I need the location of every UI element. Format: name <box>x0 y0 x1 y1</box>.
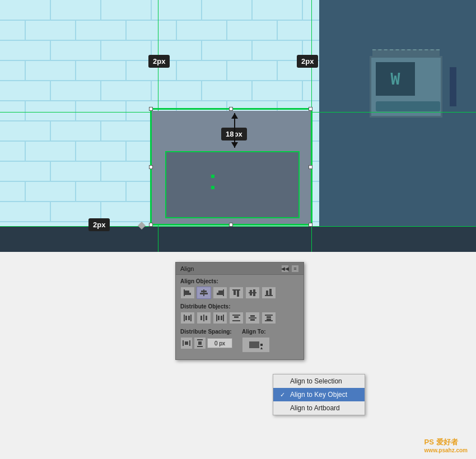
svg-rect-119 <box>197 339 203 340</box>
dist-h-space-btn[interactable] <box>180 337 193 349</box>
watermark-line2: www.psahz.com <box>424 447 468 453</box>
align-center-h-btn[interactable] <box>197 287 211 299</box>
spacing-value-input[interactable] <box>207 338 232 348</box>
svg-rect-118 <box>185 341 188 345</box>
distribute-objects-label: Distribute Objects: <box>180 303 299 310</box>
selection-handle-bl[interactable] <box>149 223 153 227</box>
svg-rect-79 <box>185 293 191 295</box>
oven-display: W <box>376 62 415 96</box>
svg-rect-84 <box>218 291 223 293</box>
selection-handle-tl[interactable] <box>149 107 153 111</box>
canvas-area: W 18px 2px 2px 2px <box>0 0 476 252</box>
oven-display-text: W <box>391 70 400 88</box>
dropdown-item-artboard[interactable]: Align to Artboard <box>273 401 365 415</box>
svg-rect-111 <box>250 319 255 321</box>
dist-v-space-btn[interactable] <box>194 337 206 349</box>
svg-rect-96 <box>190 315 192 321</box>
selection-handle-ml[interactable] <box>149 165 153 169</box>
selection-handle-tr[interactable] <box>309 107 312 111</box>
dist-bottom-btn[interactable] <box>262 312 276 324</box>
svg-rect-107 <box>232 320 240 321</box>
dist-right-btn[interactable] <box>213 312 227 324</box>
distribute-spacing-label: Distribute Spacing: <box>180 329 237 335</box>
selection-handle-br[interactable] <box>309 223 312 227</box>
distribute-objects-row <box>180 312 299 324</box>
svg-rect-85 <box>217 293 223 295</box>
spacing-input-row <box>180 337 237 349</box>
align-objects-row <box>180 287 299 299</box>
svg-rect-86 <box>232 289 240 291</box>
svg-rect-91 <box>253 289 255 296</box>
check-key-object: ✓ <box>280 391 287 399</box>
svg-rect-108 <box>234 316 239 318</box>
align-to-label: Align To: <box>242 329 299 335</box>
svg-rect-113 <box>265 320 273 321</box>
align-center-v-btn[interactable] <box>245 287 260 299</box>
svg-rect-117 <box>189 340 190 346</box>
panel-controls: ◀◀ ≡ <box>281 265 299 273</box>
measure-2px-top1-label: 2px <box>148 55 170 68</box>
oven-handle <box>376 101 440 111</box>
align-left-btn[interactable] <box>180 287 195 299</box>
svg-rect-120 <box>197 346 203 347</box>
oven-illustration: W <box>370 56 448 123</box>
panel-collapse-btn[interactable]: ◀◀ <box>281 265 289 273</box>
inner-rect <box>165 151 300 218</box>
dropdown-item-selection[interactable]: Align to Selection <box>273 374 365 388</box>
align-right-btn[interactable] <box>213 287 227 299</box>
align-to-dropdown-btn[interactable] <box>242 337 270 353</box>
align-to-dropdown-menu: Align to Selection ✓ Align to Key Object… <box>273 374 365 415</box>
svg-rect-115 <box>267 319 271 320</box>
dist-left-btn[interactable] <box>180 312 195 324</box>
svg-rect-78 <box>185 291 189 293</box>
bottom-strip <box>0 227 476 252</box>
dist-top-btn[interactable] <box>229 312 244 324</box>
dropdown-item-selection-label: Align to Selection <box>290 377 342 385</box>
svg-rect-100 <box>200 316 202 320</box>
svg-rect-99 <box>203 315 204 321</box>
svg-rect-114 <box>267 316 271 318</box>
svg-rect-109 <box>249 317 256 319</box>
inner-dot-2 <box>211 186 214 189</box>
svg-rect-92 <box>265 295 273 296</box>
selection-handle-bm[interactable] <box>229 223 233 227</box>
arrow-18px <box>234 113 235 148</box>
svg-rect-106 <box>232 315 240 316</box>
panel-body: Align Objects: <box>176 275 304 359</box>
svg-rect-90 <box>250 290 252 296</box>
svg-rect-122 <box>249 341 259 348</box>
dropdown-item-artboard-label: Align to Artboard <box>290 404 340 412</box>
panel-header: Align ◀◀ ≡ <box>176 263 304 275</box>
panel-title: Align <box>180 265 194 272</box>
svg-rect-94 <box>269 289 272 295</box>
guide-horizontal-2 <box>0 226 476 227</box>
svg-rect-121 <box>198 341 202 345</box>
panel-menu-btn[interactable]: ≡ <box>291 265 299 273</box>
align-bottom-btn[interactable] <box>262 287 276 299</box>
bottom-row: Distribute Spacing: Align To: <box>180 329 299 353</box>
svg-rect-93 <box>266 291 268 295</box>
svg-rect-105 <box>221 316 222 320</box>
svg-rect-104 <box>218 316 220 320</box>
svg-rect-102 <box>216 315 217 321</box>
selection-handle-mr[interactable] <box>309 165 312 169</box>
oven-side-bar <box>450 67 456 106</box>
svg-rect-97 <box>185 316 187 320</box>
svg-rect-110 <box>250 315 255 317</box>
dropdown-item-key-object[interactable]: ✓ Align to Key Object <box>273 388 365 401</box>
align-top-btn[interactable] <box>229 287 244 299</box>
align-objects-label: Align Objects: <box>180 278 299 284</box>
inner-dot-1 <box>211 175 214 178</box>
svg-rect-81 <box>201 291 207 292</box>
measure-2px-left-label: 2px <box>88 218 110 231</box>
dist-center-h-btn[interactable] <box>197 312 211 324</box>
align-panel: Align ◀◀ ≡ Align Objects: <box>175 262 304 360</box>
svg-rect-77 <box>184 289 185 296</box>
align-to-section: Align To: <box>242 329 299 353</box>
svg-rect-112 <box>265 315 273 316</box>
svg-rect-95 <box>184 315 185 321</box>
svg-rect-82 <box>200 293 208 294</box>
selection-handle-tm[interactable] <box>229 107 233 111</box>
right-panel: W <box>319 0 476 252</box>
dist-center-v-btn[interactable] <box>245 312 260 324</box>
